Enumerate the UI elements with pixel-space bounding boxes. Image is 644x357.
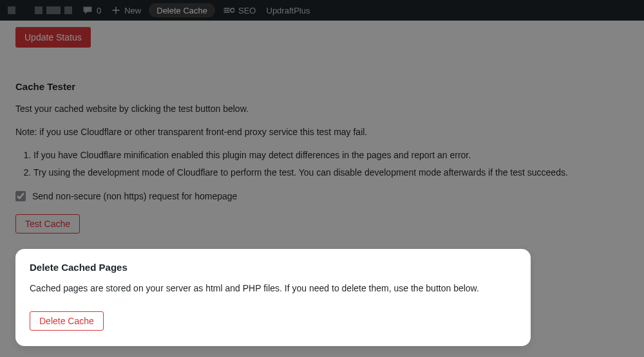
svg-point-3 [231, 8, 234, 12]
delete-cached-pages-panel: Delete Cached Pages Cached pages are sto… [15, 249, 531, 346]
comments-count: 0 [97, 6, 101, 15]
seo-menu[interactable]: SEO [218, 0, 261, 21]
updraftplus-menu[interactable]: UpdraftPlus [261, 0, 316, 21]
delete-cache-menu[interactable]: Delete Cache [149, 3, 215, 17]
seo-icon [223, 6, 234, 15]
comment-icon [82, 5, 93, 15]
new-label: New [124, 6, 141, 15]
comments-menu[interactable]: 0 [77, 0, 106, 21]
non-secure-checkbox-row[interactable]: Send non-secure (non https) request for … [15, 191, 629, 201]
non-secure-checkbox[interactable] [15, 191, 26, 201]
cache-tester-heading: Cache Tester [15, 81, 629, 92]
non-secure-checkbox-label: Send non-secure (non https) request for … [32, 191, 237, 201]
new-content-menu[interactable]: New [106, 0, 146, 21]
delete-cache-label: Delete Cache [156, 6, 207, 15]
plus-icon [111, 6, 120, 15]
delete-cache-button[interactable]: Delete Cache [30, 311, 104, 331]
delete-cached-pages-heading: Delete Cached Pages [30, 262, 516, 273]
update-status-button[interactable]: Update Status [15, 27, 91, 48]
test-cache-button[interactable]: Test Cache [15, 214, 80, 233]
cache-tester-note: Note: if you use Cloudflare or other tra… [15, 125, 629, 140]
admin-bar: 0 New Delete Cache SEO UpdraftPlus [0, 0, 644, 21]
cache-tester-intro: Test your cached website by clicking the… [15, 102, 629, 116]
wp-logo-icon [8, 6, 15, 14]
updates-icon [64, 6, 72, 14]
list-item: Try using the development mode of Cloudf… [33, 165, 629, 179]
cache-tester-list: If you have Cloudflare minification enab… [33, 148, 629, 179]
seo-label: SEO [238, 6, 256, 15]
admin-bar-site-group[interactable] [5, 6, 77, 14]
list-item: If you have Cloudflare minification enab… [33, 148, 629, 162]
updraftplus-label: UpdraftPlus [267, 6, 310, 15]
site-name-placeholder [46, 6, 61, 14]
delete-cached-pages-body: Cached pages are stored on your server a… [30, 282, 516, 296]
site-icon [35, 6, 43, 14]
